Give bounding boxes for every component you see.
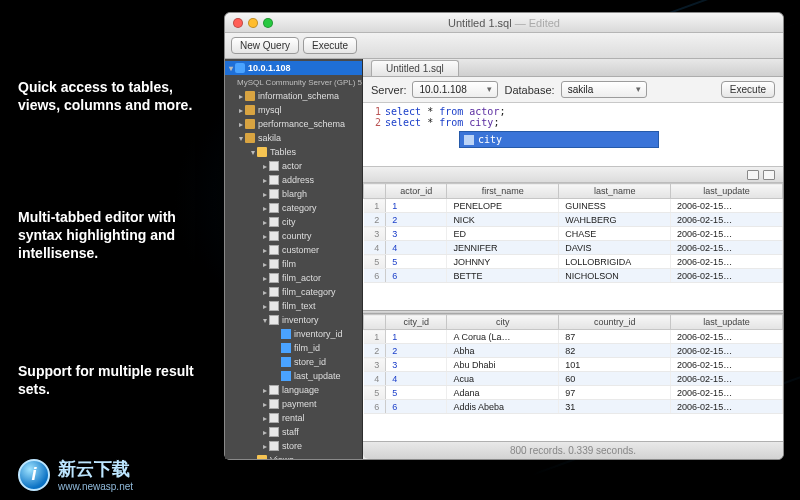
titlebar[interactable]: Untitled 1.sql — Edited [225,13,783,33]
chevron-right-icon: ▸ [261,302,269,311]
new-query-button[interactable]: New Query [231,37,299,54]
tab-untitled[interactable]: Untitled 1.sql [371,60,459,76]
table-icon [269,427,279,437]
status-bar: 800 records. 0.339 seconds. [363,441,783,459]
result-grid-1[interactable]: actor_idfirst_namelast_namelast_update 1… [363,183,783,310]
chevron-right-icon: ▸ [261,288,269,297]
chevron-right-icon: ▸ [261,260,269,269]
column-header[interactable]: city [447,315,559,330]
chevron-right-icon: ▸ [237,106,245,115]
app-window: Untitled 1.sql — Edited New Query Execut… [224,12,784,460]
sidebar-connection-subtitle: MySQL Community Server (GPL) 5.6.1 [225,75,362,89]
chevron-right-icon: ▸ [261,176,269,185]
column-header[interactable]: actor_id [386,184,447,199]
sidebar-schema-information_schema[interactable]: ▸ information_schema [225,89,362,103]
marketing-line-1: Quick access to tables, views, columns a… [18,78,208,114]
chevron-right-icon: ▸ [261,204,269,213]
column-header[interactable]: last_update [671,184,783,199]
sidebar-table-category[interactable]: ▸ category [225,201,362,215]
table-row[interactable]: 6 6 BETTENICHOLSON2006-02-15… [364,269,783,283]
marketing-line-3: Support for multiple result sets. [18,362,208,398]
sidebar-schema-sakila[interactable]: ▾ sakila [225,131,362,145]
window-title: Untitled 1.sql — Edited [225,17,783,29]
folder-icon [257,455,267,459]
table-icon [269,217,279,227]
chevron-down-icon: ▾ [249,148,257,157]
sidebar-folder-views[interactable]: ▸ Views [225,453,362,459]
table-row[interactable]: 4 4 Acua602006-02-15… [364,372,783,386]
chevron-right-icon: ▸ [261,246,269,255]
server-select[interactable]: 10.0.1.108 [412,81,498,98]
column-header[interactable]: last_update [671,315,783,330]
database-label: Database: [504,84,554,96]
sidebar-table-customer[interactable]: ▸ customer [225,243,362,257]
sidebar-table-film_category[interactable]: ▸ film_category [225,285,362,299]
chevron-right-icon: ▸ [261,442,269,451]
sidebar-table-blargh[interactable]: ▸ blargh [225,187,362,201]
sidebar-table-film[interactable]: ▸ film [225,257,362,271]
sidebar-column-store_id[interactable]: store_id [225,355,362,369]
chevron-right-icon: ▸ [261,162,269,171]
sidebar-table-staff[interactable]: ▸ staff [225,425,362,439]
query-controls: Server: 10.0.1.108 Database: sakila Exec… [363,77,783,103]
autocomplete-popup[interactable]: city [459,131,659,148]
table-row[interactable]: 3 3 Abu Dhabi1012006-02-15… [364,358,783,372]
chevron-right-icon: ▸ [261,232,269,241]
table-row[interactable]: 2 2 NICKWAHLBERG2006-02-15… [364,213,783,227]
sidebar-folder-tables[interactable]: ▾ Tables [225,145,362,159]
table-row[interactable]: 6 6 Addis Abeba312006-02-15… [364,400,783,414]
zoom-icon[interactable] [263,18,273,28]
table-row[interactable]: 5 5 JOHNNYLOLLOBRIGIDA2006-02-15… [364,255,783,269]
column-header[interactable]: city_id [386,315,447,330]
column-header[interactable]: country_id [559,315,671,330]
sidebar-table-language[interactable]: ▸ language [225,383,362,397]
table-row[interactable]: 5 5 Adana972006-02-15… [364,386,783,400]
database-select[interactable]: sakila [561,81,647,98]
table-row[interactable]: 3 3 EDCHASE2006-02-15… [364,227,783,241]
sidebar-column-last_update[interactable]: last_update [225,369,362,383]
column-header[interactable]: last_name [559,184,671,199]
sidebar-column-inventory_id[interactable]: inventory_id [225,327,362,341]
table-row[interactable]: 2 2 Abha822006-02-15… [364,344,783,358]
table-icon [269,189,279,199]
sidebar-connection[interactable]: ▾ 10.0.1.108 [225,61,362,75]
sidebar-column-film_id[interactable]: film_id [225,341,362,355]
sidebar-table-country[interactable]: ▸ country [225,229,362,243]
sidebar-table-film_actor[interactable]: ▸ film_actor [225,271,362,285]
table-header-row: city_idcitycountry_idlast_update [364,315,783,330]
table-row[interactable]: 4 4 JENNIFERDAVIS2006-02-15… [364,241,783,255]
chevron-down-icon: ▾ [237,134,245,143]
watermark-url: www.newasp.net [58,481,133,492]
table-row[interactable]: 1 1 A Corua (La…872006-02-15… [364,330,783,344]
close-icon[interactable] [233,18,243,28]
column-header[interactable]: first_name [447,184,559,199]
copy-icon[interactable] [763,170,775,180]
sidebar-table-film_text[interactable]: ▸ film_text [225,299,362,313]
sidebar-table-store[interactable]: ▸ store [225,439,362,453]
schema-icon [245,105,255,115]
execute-button[interactable]: Execute [303,37,357,54]
sidebar-table-inventory[interactable]: ▾ inventory [225,313,362,327]
sidebar-table-actor[interactable]: ▸ actor [225,159,362,173]
execute-query-button[interactable]: Execute [721,81,775,98]
table-icon [269,413,279,423]
chevron-down-icon: ▾ [261,316,269,325]
result-grid-2[interactable]: city_idcitycountry_idlast_update 1 1 A C… [363,314,783,441]
editor-tabbar: Untitled 1.sql [363,59,783,77]
table-icon [269,203,279,213]
minimize-icon[interactable] [248,18,258,28]
sidebar-schema-performance_schema[interactable]: ▸ performance_schema [225,117,362,131]
sidebar-schema-mysql[interactable]: ▸ mysql [225,103,362,117]
sidebar-table-city[interactable]: ▸ city [225,215,362,229]
sidebar-table-payment[interactable]: ▸ payment [225,397,362,411]
editor-line: 1 select * from actor; [367,106,779,117]
sidebar-table-rental[interactable]: ▸ rental [225,411,362,425]
chevron-right-icon: ▸ [261,218,269,227]
folder-icon [257,147,267,157]
schema-sidebar[interactable]: ▾ 10.0.1.108 MySQL Community Server (GPL… [225,59,363,459]
toolbar: New Query Execute [225,33,783,59]
table-row[interactable]: 1 1 PENELOPEGUINESS2006-02-15… [364,199,783,213]
export-icon[interactable] [747,170,759,180]
sql-editor[interactable]: 1 select * from actor; 2 select * from c… [363,103,783,167]
sidebar-table-address[interactable]: ▸ address [225,173,362,187]
